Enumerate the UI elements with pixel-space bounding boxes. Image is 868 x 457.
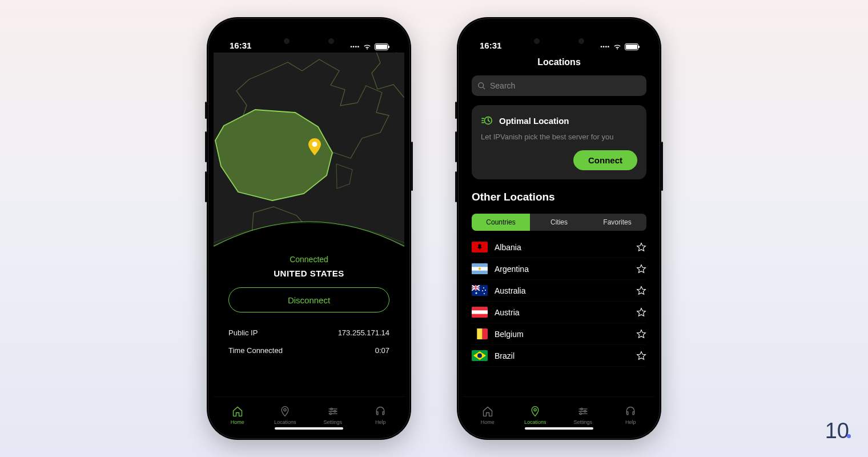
connect-button[interactable]: Connect: [573, 150, 637, 170]
optimal-title: Optimal Location: [499, 116, 569, 126]
cellular-icon: ••••: [600, 44, 610, 50]
location-icon: [279, 406, 291, 417]
favorite-star-icon[interactable]: [636, 307, 646, 318]
cellular-icon: ••••: [350, 44, 360, 50]
location-pin-icon: [308, 138, 321, 158]
segment-countries[interactable]: Countries: [472, 214, 530, 231]
public-ip-label: Public IP: [228, 328, 258, 337]
phone-home: 16:31 ••••: [207, 17, 411, 440]
statusbar-time: 16:31: [480, 41, 501, 50]
sliders-icon: [327, 406, 339, 417]
flag-albania-icon: [472, 242, 488, 252]
svg-point-0: [312, 142, 318, 147]
statusbar-time: 16:31: [230, 41, 251, 50]
svg-point-8: [479, 82, 484, 87]
country-row-australia[interactable]: Australia: [472, 280, 646, 302]
flag-australia-icon: [472, 285, 488, 296]
time-connected-label: Time Connected: [228, 346, 283, 355]
flag-argentina-icon: [472, 263, 488, 274]
svg-line-9: [483, 87, 485, 89]
svg-point-7: [329, 412, 331, 414]
dynamic-island: [277, 32, 341, 50]
tab-label: Home: [231, 419, 244, 425]
segment-favorites[interactable]: Favorites: [588, 214, 646, 231]
favorite-star-icon[interactable]: [636, 264, 646, 274]
tab-label: Settings: [323, 419, 342, 425]
search-icon: [477, 82, 486, 90]
home-icon: [232, 406, 243, 417]
search-input[interactable]: [490, 81, 641, 90]
optimal-icon: [481, 114, 493, 127]
svg-point-35: [534, 408, 536, 411]
country-list[interactable]: Albania Argentina Australia Austria: [464, 231, 654, 396]
tab-label: Help: [375, 419, 386, 425]
wifi-icon: [613, 43, 622, 50]
public-ip-value: 173.255.171.14: [338, 328, 389, 337]
svg-rect-29: [472, 310, 488, 314]
time-connected-value: 0:07: [375, 346, 389, 355]
tab-label: Locations: [274, 419, 296, 425]
svg-point-5: [331, 408, 332, 410]
dynamic-island: [527, 32, 591, 50]
tab-home[interactable]: Home: [464, 397, 512, 433]
svg-rect-32: [483, 328, 488, 339]
tab-label: Locations: [524, 419, 546, 425]
svg-point-24: [482, 290, 483, 291]
svg-point-20: [479, 268, 481, 270]
optimal-subtitle: Let IPVanish pick the best server for yo…: [481, 127, 637, 150]
tab-home[interactable]: Home: [214, 397, 262, 433]
favorite-star-icon[interactable]: [636, 351, 646, 361]
wifi-icon: [363, 43, 372, 50]
public-ip-row: Public IP 173.255.171.14: [228, 324, 389, 342]
time-connected-row: Time Connected 0:07: [228, 342, 389, 359]
segment-cities[interactable]: Cities: [530, 214, 588, 231]
svg-rect-30: [472, 328, 477, 339]
country-name: Argentina: [495, 264, 629, 274]
favorite-star-icon[interactable]: [636, 286, 646, 296]
headset-icon: [375, 406, 386, 417]
favorite-star-icon[interactable]: [636, 242, 646, 252]
svg-point-25: [485, 290, 486, 291]
tab-help[interactable]: Help: [607, 397, 655, 433]
country-name: Albania: [495, 243, 629, 252]
favorite-star-icon[interactable]: [636, 329, 646, 339]
battery-icon: [375, 43, 388, 50]
country-row-albania[interactable]: Albania: [472, 236, 646, 258]
svg-rect-18: [472, 263, 488, 267]
country-row-brazil[interactable]: Brazil: [472, 345, 646, 367]
svg-point-23: [483, 287, 484, 288]
tab-label: Help: [625, 419, 636, 425]
optimal-location-card: Optimal Location Let IPVanish pick the b…: [472, 105, 646, 179]
headset-icon: [625, 406, 636, 417]
tab-label: Settings: [573, 419, 592, 425]
country-row-argentina[interactable]: Argentina: [472, 258, 646, 280]
watermark-logo: 10: [825, 419, 851, 443]
country-name: Belgium: [495, 330, 629, 339]
connected-country: UNITED STATES: [214, 268, 404, 287]
flag-austria-icon: [472, 307, 488, 318]
svg-line-15: [488, 121, 490, 122]
other-locations-heading: Other Locations: [464, 179, 654, 214]
tab-label: Home: [481, 419, 495, 425]
search-box[interactable]: [472, 75, 646, 96]
tab-help[interactable]: Help: [357, 397, 405, 433]
home-indicator[interactable]: [275, 427, 343, 430]
country-name: Australia: [495, 286, 629, 295]
battery-icon: [625, 43, 638, 50]
country-row-belgium[interactable]: Belgium: [472, 323, 646, 345]
svg-point-34: [477, 354, 482, 358]
svg-point-1: [284, 408, 286, 411]
svg-point-39: [581, 408, 582, 410]
disconnect-button[interactable]: Disconnect: [228, 287, 389, 312]
connection-status: Connected: [214, 247, 404, 268]
svg-point-40: [584, 410, 586, 412]
home-indicator[interactable]: [525, 427, 593, 430]
phone-locations: 16:31 •••• Locations Optimal Location Le…: [457, 17, 661, 440]
svg-point-26: [484, 293, 485, 294]
country-row-austria[interactable]: Austria: [472, 302, 646, 323]
connection-info: Public IP 173.255.171.14 Time Connected …: [214, 312, 404, 396]
flag-belgium-icon: [472, 328, 488, 339]
location-segments: Countries Cities Favorites: [472, 214, 646, 231]
country-name: Austria: [495, 308, 629, 317]
watermark-text: 10: [825, 419, 849, 443]
